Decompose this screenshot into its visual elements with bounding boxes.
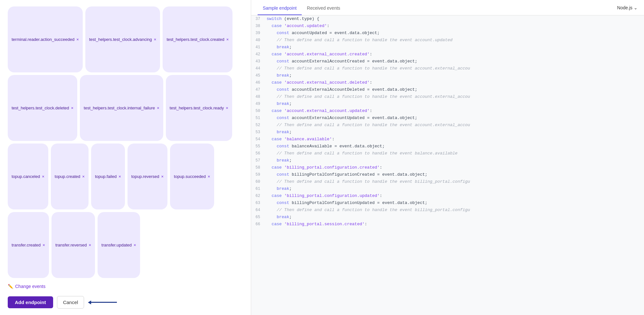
tag-label: topup.succeeded bbox=[174, 174, 206, 179]
line-number: 58 bbox=[251, 164, 267, 171]
code-line: 38 case 'account.updated': bbox=[251, 23, 644, 30]
line-number: 53 bbox=[251, 129, 267, 136]
tag-remove-button[interactable]: × bbox=[71, 106, 74, 110]
line-number: 63 bbox=[251, 199, 267, 207]
tag-item: transfer.reversed× bbox=[52, 212, 95, 278]
line-number: 62 bbox=[251, 192, 267, 199]
tag-item: test_helpers.test_clock.deleted× bbox=[8, 75, 77, 141]
tag-remove-button[interactable]: × bbox=[134, 243, 136, 247]
tag-label: test_helpers.test_clock.deleted bbox=[12, 106, 69, 110]
add-endpoint-button[interactable]: Add endpoint bbox=[8, 296, 53, 308]
code-line: 43 const accountExternalAccountCreated =… bbox=[251, 58, 644, 65]
left-panel: terminal.reader.action_succeeded×test_he… bbox=[0, 0, 251, 315]
line-content: case 'account.external_account.deleted': bbox=[267, 79, 644, 86]
code-line: 52 // Then define and call a function to… bbox=[251, 122, 644, 129]
tag-label: test_helpers.test_clock.internal_failure bbox=[84, 106, 155, 110]
line-number: 60 bbox=[251, 178, 267, 185]
code-line: 45 break; bbox=[251, 72, 644, 79]
line-number: 56 bbox=[251, 150, 267, 157]
arrow-indicator bbox=[88, 301, 117, 304]
tag-remove-button[interactable]: × bbox=[157, 106, 159, 110]
right-panel: Sample endpointReceived events Node.js ⌄… bbox=[251, 0, 644, 315]
code-area[interactable]: 37switch (event.type) {38 case 'account.… bbox=[251, 15, 644, 315]
tag-remove-button[interactable]: × bbox=[43, 243, 45, 247]
line-content: switch (event.type) { bbox=[267, 15, 644, 23]
tag-label: test_helpers.test_clock.advancing bbox=[89, 37, 152, 42]
line-number: 59 bbox=[251, 171, 267, 178]
language-selector[interactable]: Node.js ⌄ bbox=[617, 5, 638, 10]
code-line: 37switch (event.type) { bbox=[251, 15, 644, 23]
bottom-row: Add endpoint Cancel bbox=[8, 296, 243, 309]
tag-label: terminal.reader.action_succeeded bbox=[12, 37, 74, 42]
code-line: 40 // Then define and call a function to… bbox=[251, 37, 644, 44]
tag-remove-button[interactable]: × bbox=[118, 174, 121, 179]
tag-label: transfer.created bbox=[12, 243, 41, 247]
line-number: 50 bbox=[251, 107, 267, 115]
line-number: 45 bbox=[251, 72, 267, 79]
tag-item: topup.succeeded× bbox=[170, 144, 214, 209]
code-line: 39 const accountUpdated = event.data.obj… bbox=[251, 30, 644, 37]
line-content: case 'billing_portal.session.created': bbox=[267, 221, 644, 228]
tag-item: transfer.created× bbox=[8, 212, 49, 278]
line-number: 57 bbox=[251, 157, 267, 164]
tag-remove-button[interactable]: × bbox=[226, 37, 229, 42]
line-number: 44 bbox=[251, 65, 267, 72]
line-content: // Then define and call a function to ha… bbox=[267, 37, 644, 44]
code-editor: 37switch (event.type) {38 case 'account.… bbox=[251, 15, 644, 228]
tab-received-events[interactable]: Received events bbox=[302, 1, 346, 15]
tag-item: transfer.updated× bbox=[98, 212, 140, 278]
line-content: case 'balance.available': bbox=[267, 136, 644, 143]
code-line: 66 case 'billing_portal.session.created'… bbox=[251, 221, 644, 228]
tag-remove-button[interactable]: × bbox=[82, 174, 85, 179]
line-content: const accountUpdated = event.data.object… bbox=[267, 30, 644, 37]
line-content: case 'account.updated': bbox=[267, 23, 644, 30]
code-line: 59 const billingPortalConfigurationCreat… bbox=[251, 171, 644, 178]
line-number: 51 bbox=[251, 115, 267, 122]
tag-remove-button[interactable]: × bbox=[226, 106, 228, 110]
code-line: 42 case 'account.external_account.create… bbox=[251, 51, 644, 58]
line-content: break; bbox=[267, 185, 644, 192]
line-content: const accountExternalAccountDeleted = ev… bbox=[267, 86, 644, 93]
line-content: // Then define and call a function to ha… bbox=[267, 178, 644, 185]
tab-sample-endpoint[interactable]: Sample endpoint bbox=[258, 1, 302, 15]
line-number: 38 bbox=[251, 23, 267, 30]
tag-label: topup.failed bbox=[95, 174, 117, 179]
line-content: break; bbox=[267, 100, 644, 107]
tag-item: test_helpers.test_clock.created× bbox=[163, 6, 232, 72]
tag-remove-button[interactable]: × bbox=[208, 174, 210, 179]
code-line: 62 case 'billing_portal.configuration.up… bbox=[251, 192, 644, 199]
arrow-head bbox=[88, 301, 91, 304]
line-number: 66 bbox=[251, 221, 267, 228]
code-line: 57 break; bbox=[251, 157, 644, 164]
tag-remove-button[interactable]: × bbox=[76, 37, 79, 42]
line-number: 61 bbox=[251, 185, 267, 192]
line-number: 42 bbox=[251, 51, 267, 58]
tags-container: terminal.reader.action_succeeded×test_he… bbox=[8, 6, 243, 278]
cancel-button[interactable]: Cancel bbox=[57, 296, 84, 309]
code-line: 50 case 'account.external_account.update… bbox=[251, 107, 644, 115]
tag-remove-button[interactable]: × bbox=[42, 174, 44, 179]
line-number: 49 bbox=[251, 100, 267, 107]
change-events-link[interactable]: Change events bbox=[15, 284, 45, 289]
line-content: // Then define and call a function to ha… bbox=[267, 207, 644, 214]
line-number: 47 bbox=[251, 86, 267, 93]
tag-remove-button[interactable]: × bbox=[161, 174, 164, 179]
line-content: const accountExternalAccountUpdated = ev… bbox=[267, 115, 644, 122]
line-content: case 'billing_portal.configuration.creat… bbox=[267, 164, 644, 171]
tag-item: topup.canceled× bbox=[8, 144, 48, 209]
line-number: 39 bbox=[251, 30, 267, 37]
code-line: 56 // Then define and call a function to… bbox=[251, 150, 644, 157]
line-content: const billingPortalConfigurationCreated … bbox=[267, 171, 644, 178]
line-number: 40 bbox=[251, 37, 267, 44]
code-line: 41 break; bbox=[251, 44, 644, 51]
tag-remove-button[interactable]: × bbox=[89, 243, 91, 247]
tag-remove-button[interactable]: × bbox=[154, 37, 156, 42]
tab-bar: Sample endpointReceived events Node.js ⌄ bbox=[251, 0, 644, 15]
tag-label: transfer.updated bbox=[101, 243, 132, 247]
code-line: 65 break; bbox=[251, 214, 644, 221]
line-content: break; bbox=[267, 129, 644, 136]
line-number: 55 bbox=[251, 143, 267, 150]
code-line: 46 case 'account.external_account.delete… bbox=[251, 79, 644, 86]
line-content: case 'billing_portal.configuration.updat… bbox=[267, 192, 644, 199]
line-content: break; bbox=[267, 44, 644, 51]
